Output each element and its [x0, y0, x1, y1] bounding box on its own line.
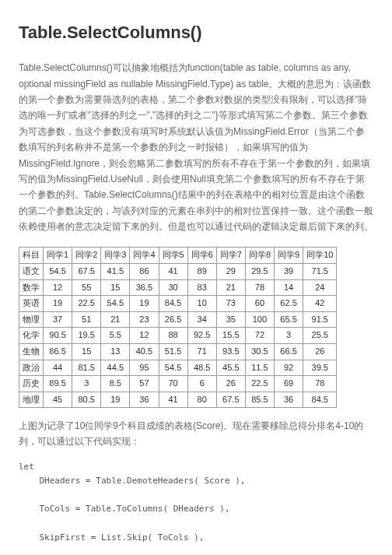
table-cell: 45 — [44, 392, 72, 408]
table-caption: 上图为记录了10位同学9个科目成绩的表格(Score)。现在需要移除总得分排名4… — [19, 419, 373, 448]
table-cell: 62.5 — [275, 296, 303, 312]
table-cell: 95 — [130, 360, 159, 376]
table-cell: 41 — [159, 264, 187, 280]
table-header-cell: 同学1 — [44, 248, 72, 264]
table-cell: 89.5 — [44, 376, 72, 392]
table-cell: 26 — [303, 344, 337, 360]
table-cell: 60 — [245, 296, 274, 312]
table-row: 政治4481.544.59554.548.545.511.59239.5 — [19, 360, 337, 376]
table-cell: 51.5 — [159, 344, 187, 360]
table-cell: 67.5 — [216, 392, 245, 408]
table-row: 化学90.519.55.5128892.515.572325.5 — [19, 328, 337, 344]
table-cell: 19 — [130, 296, 159, 312]
table-cell: 22.5 — [245, 376, 274, 392]
table-cell: 26.5 — [159, 311, 187, 328]
table-cell: 78 — [303, 376, 337, 392]
table-cell: 11.5 — [245, 360, 274, 376]
table-cell: 13 — [101, 344, 130, 360]
table-cell: 8.5 — [101, 376, 130, 392]
table-cell: 生物 — [19, 344, 44, 360]
table-cell: 语文 — [19, 264, 44, 280]
table-cell: 19 — [44, 296, 72, 312]
table-row: 地理4580.51936418067.585.53684.5 — [19, 392, 337, 408]
table-cell: 政治 — [19, 360, 44, 376]
table-cell: 22.5 — [72, 296, 101, 312]
table-cell: 12 — [130, 328, 159, 344]
table-cell: 5.5 — [101, 328, 130, 344]
table-cell: 19.5 — [72, 328, 101, 344]
table-cell: 90.5 — [44, 328, 72, 344]
table-cell: 100 — [245, 311, 274, 328]
table-row: 语文54.567.541.58641892929.53971.5 — [19, 264, 337, 280]
table-row: 数学12551536.5308321781424 — [19, 279, 337, 296]
table-cell: 66.5 — [275, 344, 303, 360]
table-cell: 26 — [216, 376, 245, 392]
table-cell: 3 — [72, 376, 101, 392]
intro-text: Table.SelectColumns()可以抽象地概括为function(ta… — [19, 60, 373, 234]
table-cell: 84.5 — [303, 392, 337, 408]
table-cell: 41.5 — [101, 264, 130, 280]
table-cell: 36.5 — [130, 279, 159, 296]
page-title: Table.SelectColumns() — [19, 19, 373, 46]
table-cell: 历史 — [19, 376, 44, 392]
table-cell: 65.5 — [275, 311, 303, 328]
table-cell: 81.5 — [72, 360, 101, 376]
table-cell: 物理 — [19, 311, 44, 328]
table-cell: 36 — [275, 392, 303, 408]
table-cell: 92.5 — [187, 328, 216, 344]
table-header-cell: 同学3 — [101, 248, 130, 264]
table-header-cell: 同学7 — [216, 248, 245, 264]
table-cell: 30 — [159, 279, 187, 296]
table-cell: 3 — [275, 328, 303, 344]
table-cell: 42 — [303, 296, 337, 312]
table-cell: 57 — [130, 376, 159, 392]
table-cell: 39 — [275, 264, 303, 280]
table-row: 英语1922.554.51984.510736062.542 — [19, 296, 337, 312]
table-cell: 67.5 — [72, 264, 101, 280]
table-cell: 86.5 — [44, 344, 72, 360]
table-cell: 85.5 — [245, 392, 274, 408]
table-cell: 14 — [275, 279, 303, 296]
table-cell: 92 — [275, 360, 303, 376]
table-cell: 84.5 — [159, 296, 187, 312]
table-cell: 54.5 — [44, 264, 72, 280]
table-header-cell: 同学6 — [187, 248, 216, 264]
table-cell: 44 — [44, 360, 72, 376]
table-header-cell: 科目 — [19, 248, 44, 264]
table-cell: 86 — [130, 264, 159, 280]
table-cell: 72 — [245, 328, 274, 344]
table-header-cell: 同学5 — [159, 248, 187, 264]
table-cell: 73 — [216, 296, 245, 312]
table-cell: 70 — [159, 376, 187, 392]
table-cell: 21 — [216, 279, 245, 296]
table-cell: 48.5 — [187, 360, 216, 376]
table-cell: 78 — [245, 279, 274, 296]
table-cell: 10 — [187, 296, 216, 312]
table-cell: 英语 — [19, 296, 44, 312]
table-cell: 41 — [159, 392, 187, 408]
table-cell: 37 — [44, 311, 72, 328]
table-cell: 19 — [101, 392, 130, 408]
table-cell: 88 — [159, 328, 187, 344]
table-cell: 55 — [72, 279, 101, 296]
table-cell: 40.5 — [130, 344, 159, 360]
table-cell: 29 — [216, 264, 245, 280]
table-cell: 36 — [130, 392, 159, 408]
table-cell: 30.5 — [245, 344, 274, 360]
table-cell: 34 — [187, 311, 216, 328]
table-cell: 化学 — [19, 328, 44, 344]
table-cell: 69 — [275, 376, 303, 392]
table-cell: 45.5 — [216, 360, 245, 376]
table-cell: 89 — [187, 264, 216, 280]
table-cell: 54.5 — [159, 360, 187, 376]
table-cell: 71 — [187, 344, 216, 360]
table-cell: 6 — [187, 376, 216, 392]
table-cell: 15 — [101, 279, 130, 296]
table-cell: 15 — [72, 344, 101, 360]
table-cell: 80.5 — [72, 392, 101, 408]
table-cell: 83 — [187, 279, 216, 296]
table-cell: 23 — [130, 311, 159, 328]
table-cell: 地理 — [19, 392, 44, 408]
table-cell: 数学 — [19, 279, 44, 296]
table-header-cell: 同学9 — [275, 248, 303, 264]
